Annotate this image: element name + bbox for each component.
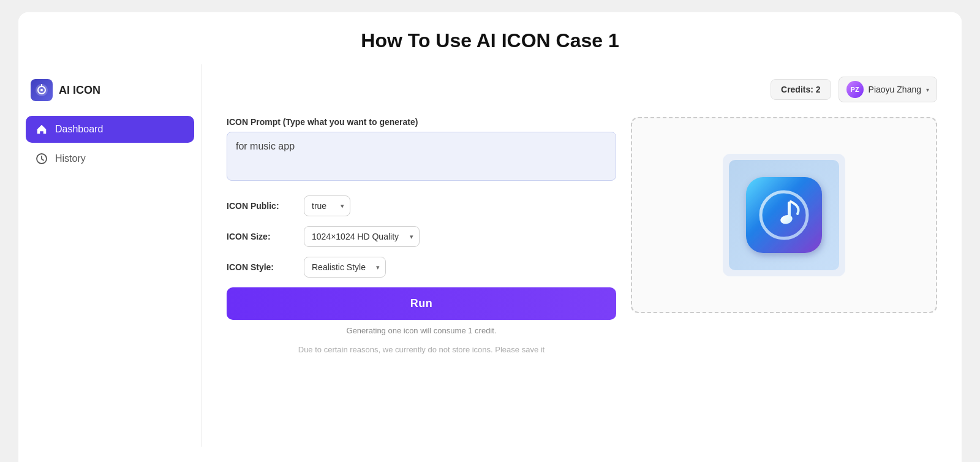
public-select-wrapper: true false ▾ — [304, 195, 350, 216]
preview-image — [723, 154, 845, 276]
size-select-wrapper: 1024×1024 HD Quality 512×512 256×256 ▾ — [304, 226, 420, 247]
sidebar-item-dashboard[interactable]: Dashboard — [18, 116, 202, 143]
preview-area — [631, 117, 937, 313]
user-name: Piaoyu Zhang — [869, 85, 921, 94]
sidebar-item-history[interactable]: History — [18, 145, 202, 172]
page-title: How To Use AI ICON Case 1 — [18, 29, 962, 52]
avatar-inner: PZ — [846, 81, 864, 98]
bottom-section: Just Type for XXX app is OK — [18, 459, 962, 462]
logo-text: AI ICON — [59, 84, 100, 97]
public-select[interactable]: true false — [304, 195, 350, 216]
size-select[interactable]: 1024×1024 HD Quality 512×512 256×256 — [304, 226, 420, 247]
header-bar: Credits: 2 PZ Piaoyu Zhang ▾ — [227, 77, 937, 102]
music-icon-svg — [729, 160, 839, 270]
public-row: ICON Public: true false ▾ — [227, 195, 616, 216]
sidebar: AI ICON Dashboard — [18, 64, 202, 447]
save-note: Due to certain reasons, we currently do … — [227, 345, 616, 354]
credit-note: Generating one icon will consume 1 credi… — [227, 326, 616, 335]
sidebar-logo: AI ICON — [18, 74, 202, 116]
style-select[interactable]: Realistic Style Flat Style 3D Style Line… — [304, 257, 386, 278]
run-button[interactable]: Run — [227, 287, 616, 320]
page-title-bar: How To Use AI ICON Case 1 — [18, 12, 962, 64]
user-profile-button[interactable]: PZ Piaoyu Zhang ▾ — [839, 77, 937, 102]
prompt-label: ICON Prompt (Type what you want to gener… — [227, 117, 616, 127]
sidebar-navigation: Dashboard History — [18, 116, 202, 172]
logo-icon — [31, 79, 53, 101]
avatar: PZ — [846, 81, 864, 98]
style-row: ICON Style: Realistic Style Flat Style 3… — [227, 257, 616, 278]
main-layout: AI ICON Dashboard — [18, 64, 962, 447]
history-icon — [36, 153, 48, 165]
app-container: How To Use AI ICON Case 1 AI ICON — [18, 12, 962, 462]
svg-rect-6 — [746, 177, 822, 253]
svg-point-2 — [40, 89, 43, 91]
style-label: ICON Style: — [227, 262, 294, 272]
dashboard-icon — [36, 123, 48, 135]
public-label: ICON Public: — [227, 201, 294, 211]
dashboard-label: Dashboard — [55, 124, 103, 135]
icon-form: ICON Prompt (Type what you want to gener… — [227, 117, 616, 354]
content-area: Credits: 2 PZ Piaoyu Zhang ▾ ICON Prompt… — [202, 64, 962, 447]
prompt-group: ICON Prompt (Type what you want to gener… — [227, 117, 616, 183]
chevron-down-icon: ▾ — [926, 86, 929, 93]
size-row: ICON Size: 1024×1024 HD Quality 512×512 … — [227, 226, 616, 247]
prompt-input[interactable]: for music app — [227, 132, 616, 181]
form-preview-layout: ICON Prompt (Type what you want to gener… — [227, 117, 937, 354]
size-label: ICON Size: — [227, 232, 294, 241]
history-label: History — [55, 153, 86, 164]
credits-badge: Credits: 2 — [771, 79, 831, 100]
style-select-wrapper: Realistic Style Flat Style 3D Style Line… — [304, 257, 386, 278]
